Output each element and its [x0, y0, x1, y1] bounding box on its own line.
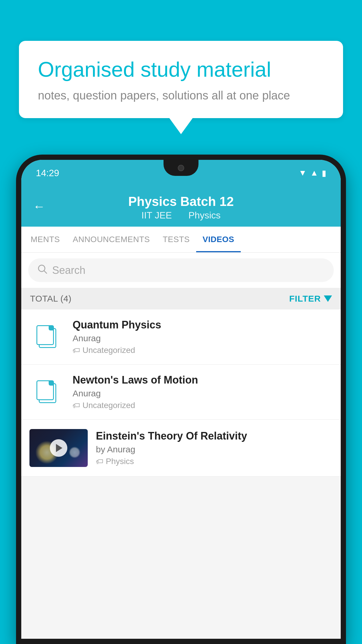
video-author: by Anurag: [96, 444, 333, 454]
total-count: TOTAL (4): [30, 294, 71, 304]
speech-bubble-title: Organised study material: [38, 57, 324, 82]
search-container: Search: [21, 253, 341, 288]
phone-outer: 14:29 ▼ ▲ ▮ ← Physics Batch 12 IIT JEE P…: [16, 155, 346, 644]
wifi-icon: ▼: [299, 168, 307, 178]
back-button[interactable]: ←: [33, 200, 45, 214]
filter-button[interactable]: FILTER: [289, 294, 332, 304]
app-title: Physics Batch 12: [33, 194, 329, 209]
speech-bubble-subtitle: notes, question papers, solutions all at…: [38, 89, 324, 102]
file-icon-container: [29, 379, 64, 405]
file-icon-container: [29, 324, 64, 350]
battery-icon: ▮: [322, 168, 326, 178]
speech-bubble-arrow: [169, 118, 193, 134]
file-icon-front: [36, 325, 54, 345]
filter-icon: [324, 295, 332, 302]
video-item-info: Newton's Laws of Motion Anurag 🏷 Uncateg…: [73, 374, 333, 410]
file-icon: [36, 380, 57, 404]
tab-videos[interactable]: VIDEOS: [196, 227, 241, 252]
phone-notch: [164, 160, 198, 176]
play-icon: [56, 444, 62, 452]
video-title: Einstein's Theory Of Relativity: [96, 430, 333, 442]
tag-icon: 🏷: [96, 457, 103, 466]
app-subtitle: IIT JEE Physics: [33, 210, 329, 221]
video-tag: 🏷 Uncategorized: [73, 401, 333, 410]
file-icon-front: [36, 380, 54, 400]
status-icons: ▼ ▲ ▮: [299, 168, 326, 178]
list-item[interactable]: Quantum Physics Anurag 🏷 Uncategorized: [21, 309, 341, 365]
video-item-info: Quantum Physics Anurag 🏷 Uncategorized: [73, 319, 333, 355]
search-input[interactable]: Search: [52, 264, 85, 276]
tag-label: Uncategorized: [82, 401, 135, 410]
camera-icon: [178, 165, 184, 171]
phone-screen: 14:29 ▼ ▲ ▮ ← Physics Batch 12 IIT JEE P…: [21, 160, 341, 639]
tab-tests[interactable]: TESTS: [156, 227, 196, 252]
filter-bar: TOTAL (4) FILTER: [21, 288, 341, 309]
list-item[interactable]: Einstein's Theory Of Relativity by Anura…: [21, 420, 341, 477]
speech-bubble: Organised study material notes, question…: [19, 41, 343, 118]
video-title: Quantum Physics: [73, 319, 333, 331]
video-thumbnail: [29, 429, 88, 467]
tab-announcements[interactable]: ANNOUNCEMENTS: [66, 227, 157, 252]
subtitle-physics: Physics: [188, 210, 220, 220]
signal-icon: ▲: [310, 168, 318, 178]
tag-icon: 🏷: [73, 346, 80, 355]
filter-label: FILTER: [289, 294, 321, 304]
app-header: ← Physics Batch 12 IIT JEE Physics: [21, 186, 341, 227]
status-time: 14:29: [36, 168, 59, 178]
subtitle-iitjee: IIT JEE: [141, 210, 172, 220]
video-author: Anurag: [73, 333, 333, 343]
phone-wrapper: 14:29 ▼ ▲ ▮ ← Physics Batch 12 IIT JEE P…: [16, 155, 346, 644]
speech-bubble-wrapper: Organised study material notes, question…: [19, 41, 343, 134]
tag-icon: 🏷: [73, 401, 80, 410]
tab-ments[interactable]: MENTS: [24, 227, 66, 252]
tab-bar: MENTS ANNOUNCEMENTS TESTS VIDEOS: [21, 227, 341, 253]
svg-line-1: [44, 271, 47, 273]
search-bar[interactable]: Search: [28, 258, 334, 282]
play-button[interactable]: [50, 439, 67, 457]
video-title: Newton's Laws of Motion: [73, 374, 333, 386]
file-icon: [36, 325, 57, 349]
video-item-info: Einstein's Theory Of Relativity by Anura…: [96, 430, 333, 466]
status-bar: 14:29 ▼ ▲ ▮: [21, 160, 341, 186]
video-tag: 🏷 Physics: [96, 457, 333, 466]
video-tag: 🏷 Uncategorized: [73, 346, 333, 355]
tag-label: Physics: [106, 457, 134, 466]
search-icon: [37, 264, 48, 277]
tag-label: Uncategorized: [82, 346, 135, 355]
list-item[interactable]: Newton's Laws of Motion Anurag 🏷 Uncateg…: [21, 365, 341, 420]
video-author: Anurag: [73, 388, 333, 398]
video-list: Quantum Physics Anurag 🏷 Uncategorized: [21, 309, 341, 477]
